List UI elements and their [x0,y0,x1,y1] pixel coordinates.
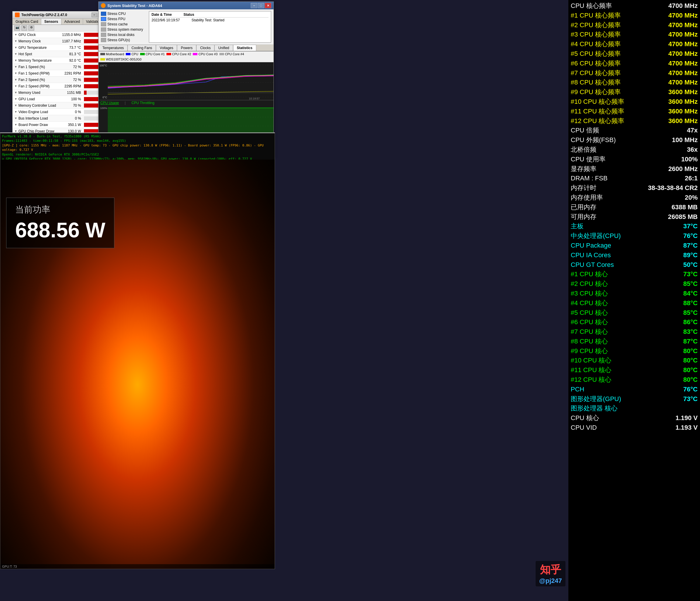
watermark: 知乎 @pj247 [535,561,566,586]
hwinfo-row-9: #9 CPU 核心频率 3600 MHz [571,87,698,97]
gpuz-sensor-row-12: ▼ Video Engine Load 0 % [12,109,111,115]
legend-label-3: CPU Core #2 [172,52,191,56]
stress-icon-0 [101,12,106,16]
sensor-arrow-3: ▼ [14,52,17,55]
hwinfo-row-44: CPU VID 1.193 V [571,423,698,433]
gpuz-minimize-btn[interactable]: － [92,12,97,17]
stress-check-row-4: Stress local disks [101,32,143,37]
hwinfo-value-40: 76°C [683,385,698,394]
legend-item-5: CPU Core #4 [219,52,244,56]
legend-item-3: CPU Core #2 [167,52,191,56]
stress-check-row-5: Stress GPU(s) [101,37,143,43]
hwinfo-row-22: 可用内存 26085 MB [571,212,698,222]
cpu-throttling-tab[interactable]: CPU Throttling [131,101,154,105]
hwinfo-label-33: #6 CPU 核心 [571,318,608,327]
hwinfo-row-2: #2 CPU 核心频率 4700 MHz [571,21,698,30]
aida-tab-cooling-fans[interactable]: Cooling Fans [128,45,156,51]
hwinfo-value-44: 1.193 V [675,423,698,432]
hwinfo-label-10: #10 CPU 核心频率 [571,97,624,106]
gpuz-sensor-val-12: 0 % [61,110,83,114]
gpuz-tab-graphics-card[interactable]: Graphics Card [12,19,41,25]
hwinfo-value-6: 4700 MHz [668,59,698,68]
aida-tab-powers[interactable]: Powers [177,45,196,51]
gpuz-sensor-row-13: ▼ Bus Interface Load 0 % [12,115,111,122]
gpuz-sensor-row-9: ▼ Memory Used 1151 MB [12,89,111,96]
gpuz-tab-sensors[interactable]: Sensors [41,19,61,25]
gpuz-sensor-row-3: ▼ Hot Spot 81.3 °C [12,51,111,57]
hwinfo-label-1: #1 CPU 核心频率 [571,11,621,20]
legend-color-6 [100,58,105,60]
aida-tab-temperatures[interactable]: Temperatures [99,45,128,51]
gpuz-sensor-row-1: ▼ Memory Clock 1187.7 MHz [12,38,111,45]
hwinfo-label-32: #5 CPU 核心 [571,308,608,317]
sensor-arrow-4: ▼ [14,59,17,62]
hwinfo-value-21: 6388 MB [672,203,698,212]
cpu-usage-tab[interactable]: CPU Usage [100,101,119,105]
hwinfo-value-36: 80°C [683,347,698,356]
gpuz-refresh-icon[interactable]: ↻ [21,25,27,31]
hwinfo-label-24: 中央处理器(CPU) [571,232,621,241]
hwinfo-value-27: 50°C [683,260,698,269]
gpuz-sensor-row-6: ▼ Fan 1 Speed (RPM) 2291 RPM [12,70,111,77]
hwinfo-label-44: CPU VID [571,423,597,432]
hwinfo-value-11: 3600 MHz [668,107,698,116]
gpuz-camera-icon[interactable]: 📷 [14,25,20,31]
gpuz-sensor-name-3: ▼ Hot Spot [12,52,61,56]
hwinfo-value-13: 47x [687,126,698,135]
furmark-log-line-2: [GPU-Z ] core: 1155 MHz - mem: 1187 MHz … [2,143,273,152]
hwinfo-row-42: 图形处理器 核心 [571,404,698,413]
sensor-arrow-5: ▼ [14,65,17,69]
aida64-minimize-btn[interactable]: － [251,3,257,8]
hwinfo-label-19: 内存计时 [571,184,596,193]
sensor-arrow-1: ▼ [14,40,17,43]
stress-check-row-0: Stress CPU [101,11,143,16]
hwinfo-value-39: 80°C [683,375,698,384]
hwinfo-row-24: 中央处理器(CPU) 76°C [571,231,698,241]
gpuz-tab-advanced[interactable]: Advanced [61,19,83,25]
hwinfo-row-16: CPU 使用率 100% [571,155,698,164]
aida-tab-voltages[interactable]: Voltages [156,45,177,51]
aida-tab-unified[interactable]: Unified [215,45,233,51]
hwinfo-label-5: #5 CPU 核心频率 [571,49,621,58]
aida-tab-clocks[interactable]: Clocks [196,45,215,51]
hwinfo-panel: CPU 核心频率 4700 MHz #1 CPU 核心频率 4700 MHz #… [568,0,700,601]
aida64-stress-panel: Stress CPU Stress FPU Stress cache Stres… [99,9,274,45]
aida64-titlebar: System Stability Test - AIDA64 － □ ✕ [99,2,274,9]
svg-text:100%: 100% [100,107,107,110]
hwinfo-value-35: 87°C [683,337,698,346]
stress-label-4: Stress local disks [107,33,134,37]
svg-text:100°C: 100°C [99,64,107,67]
hwinfo-value-28: 73°C [683,270,698,279]
hwinfo-label-31: #4 CPU 核心 [571,299,608,308]
gpuz-sensor-val-14: 350.1 W [61,123,83,127]
gpuz-sensors-list: ▼ GPU Clock 1155.0 MHz ▼ Memory Clock 11… [12,32,111,134]
stress-label-5: Stress GPU(s) [107,38,130,42]
gpuz-sensor-name-10: ▼ GPU Load [12,97,61,101]
furmark-log-line-1: Frames:111483 - time:00:11:58 - FPS:155 … [2,138,273,143]
hwinfo-row-31: #4 CPU 核心 88°C [571,298,698,308]
hwinfo-value-15: 36x [687,145,698,154]
gpuz-sensor-val-3: 81.3 °C [61,52,83,56]
stress-icon-2 [101,22,106,26]
gpuz-sensor-name-0: ▼ GPU Clock [12,33,61,37]
sensor-arrow-6: ▼ [14,72,17,75]
gpuz-toolbar: 📷 ↻ ⚙ [12,25,111,32]
gpuz-sensor-name-11: ▼ Memory Controller Load [12,103,61,108]
gpuz-settings-icon[interactable]: ⚙ [28,25,34,31]
stress-icon-5 [101,38,106,42]
hwinfo-value-12: 3600 MHz [668,116,698,126]
gpuz-sensor-name-8: ▼ Fan 2 Speed (RPM) [12,84,61,88]
hwinfo-row-3: #3 CPU 核心频率 4700 MHz [571,30,698,40]
aida-tab-statistics[interactable]: Statistics [233,45,256,51]
hwinfo-label-42: 图形处理器 核心 [571,404,618,413]
hwinfo-row-15: 北桥倍频 36x [571,145,698,155]
hwinfo-row-19: 内存计时 38-38-38-84 CR2 [571,183,698,193]
aida64-restore-btn[interactable]: □ [258,3,264,8]
aida64-close-btn[interactable]: ✕ [265,3,271,8]
hwinfo-label-11: #11 CPU 核心频率 [571,107,624,116]
hwinfo-value-4: 4700 MHz [668,40,698,49]
hwinfo-label-26: CPU IA Cores [571,251,611,260]
stress-label-2: Stress cache [107,22,128,26]
legend-item-0: Motherboard [100,52,124,56]
legend-color-4 [193,53,197,55]
